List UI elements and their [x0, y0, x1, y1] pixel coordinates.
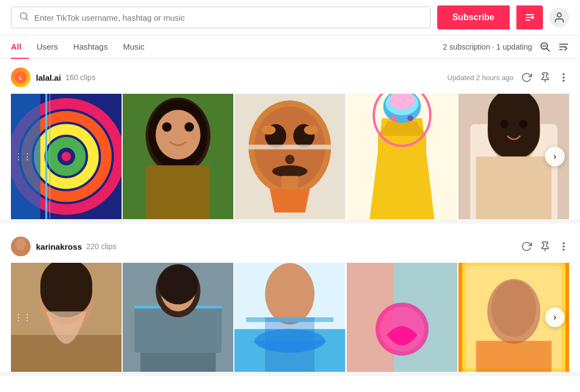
svg-point-16 — [563, 74, 564, 75]
clip-image[interactable] — [123, 94, 233, 219]
username-lalal: lalal.ai — [36, 73, 61, 82]
svg-point-45 — [304, 125, 318, 135]
sub-images-lalal: ⋮⋮ — [11, 94, 569, 219]
sub-card-meta-lalal: Updated 2 hours ago — [448, 72, 569, 83]
subscribe-button[interactable]: Subscribe — [437, 5, 510, 29]
filter-button[interactable] — [516, 5, 543, 29]
svg-rect-69 — [14, 250, 28, 256]
header: Subscribe — [0, 0, 580, 35]
pin-lalal-button[interactable] — [540, 72, 551, 83]
subscription-card-lalal: L lalal.ai 160 clips Updated 2 hours ago — [0, 59, 580, 224]
svg-rect-66 — [476, 156, 551, 219]
sub-card-header-lalal: L lalal.ai 160 clips Updated 2 hours ago — [11, 68, 569, 87]
svg-point-93 — [255, 329, 325, 353]
clip-count-karinakross: 220 clips — [86, 242, 116, 251]
svg-point-32 — [156, 110, 201, 160]
svg-text:L: L — [19, 75, 22, 81]
svg-point-33 — [162, 122, 172, 131]
clip-image[interactable] — [123, 263, 233, 372]
svg-point-18 — [563, 80, 564, 81]
user-account-button[interactable] — [549, 8, 569, 27]
subscription-info: 2 subscription · 1 updating — [443, 43, 532, 51]
clip-count-lalal: 160 clips — [65, 73, 95, 82]
svg-line-1 — [26, 18, 27, 20]
sort-button[interactable] — [558, 41, 569, 52]
tab-music[interactable]: Music — [116, 35, 152, 59]
svg-rect-31 — [146, 165, 210, 219]
search-container — [11, 7, 431, 28]
clip-image[interactable] — [347, 94, 457, 219]
search-input[interactable] — [34, 13, 422, 22]
svg-point-104 — [491, 280, 536, 337]
pin-karinakross-button[interactable] — [540, 241, 551, 252]
updated-lalal: Updated 2 hours ago — [448, 74, 513, 82]
svg-rect-105 — [476, 341, 551, 372]
avatar-lalal: L — [11, 68, 31, 87]
more-karinakross-button[interactable] — [558, 241, 569, 252]
svg-rect-78 — [40, 263, 92, 317]
search-icon — [19, 11, 29, 23]
refresh-lalal-button[interactable] — [521, 72, 532, 83]
svg-rect-63 — [488, 94, 540, 159]
clip-image[interactable] — [234, 94, 345, 219]
svg-point-73 — [563, 249, 564, 250]
nav-right-controls: 2 subscription · 1 updating — [443, 41, 569, 52]
svg-point-65 — [519, 120, 527, 128]
svg-point-72 — [563, 246, 564, 247]
svg-point-17 — [563, 77, 564, 78]
sub-images-karinakross: ⋮⋮ — [11, 263, 569, 372]
svg-point-6 — [557, 13, 561, 17]
clip-image[interactable] — [234, 263, 345, 372]
svg-marker-42 — [270, 189, 310, 212]
next-lalal-button[interactable]: › — [545, 147, 565, 166]
svg-rect-50 — [378, 136, 426, 213]
content: L lalal.ai 160 clips Updated 2 hours ago — [0, 59, 580, 376]
tab-users[interactable]: Users — [29, 35, 65, 59]
search-subscriptions-button[interactable] — [540, 41, 551, 52]
svg-line-8 — [547, 49, 549, 51]
svg-point-56 — [391, 115, 397, 121]
subscription-card-karinakross: karinakross 220 clips — [0, 228, 580, 376]
drag-handle-lalal[interactable]: ⋮⋮ — [14, 152, 32, 162]
svg-point-40 — [273, 165, 308, 177]
svg-point-24 — [62, 152, 71, 161]
svg-point-64 — [500, 120, 509, 128]
clip-image[interactable] — [347, 263, 457, 372]
svg-point-90 — [265, 263, 315, 324]
svg-point-71 — [563, 243, 564, 244]
svg-rect-87 — [123, 263, 233, 372]
sub-card-header-karinakross: karinakross 220 clips — [11, 237, 569, 256]
tab-hashtags[interactable]: Hashtags — [65, 35, 115, 59]
svg-rect-43 — [240, 144, 340, 149]
svg-point-44 — [262, 125, 276, 135]
username-karinakross: karinakross — [36, 242, 82, 251]
nav-tabs: All Users Hashtags Music 2 subscription … — [0, 35, 580, 59]
next-karinakross-button[interactable]: › — [545, 307, 565, 327]
sub-card-meta-karinakross — [521, 241, 569, 252]
drag-handle-karinakross[interactable]: ⋮⋮ — [14, 312, 32, 323]
avatar-karinakross — [11, 237, 31, 256]
svg-point-57 — [407, 115, 413, 121]
svg-point-34 — [185, 122, 194, 131]
refresh-karinakross-button[interactable] — [521, 241, 532, 252]
svg-point-68 — [16, 238, 26, 250]
more-lalal-button[interactable] — [558, 72, 569, 83]
tab-all[interactable]: All — [11, 35, 29, 59]
svg-point-5 — [531, 16, 533, 18]
svg-point-46 — [285, 155, 294, 164]
